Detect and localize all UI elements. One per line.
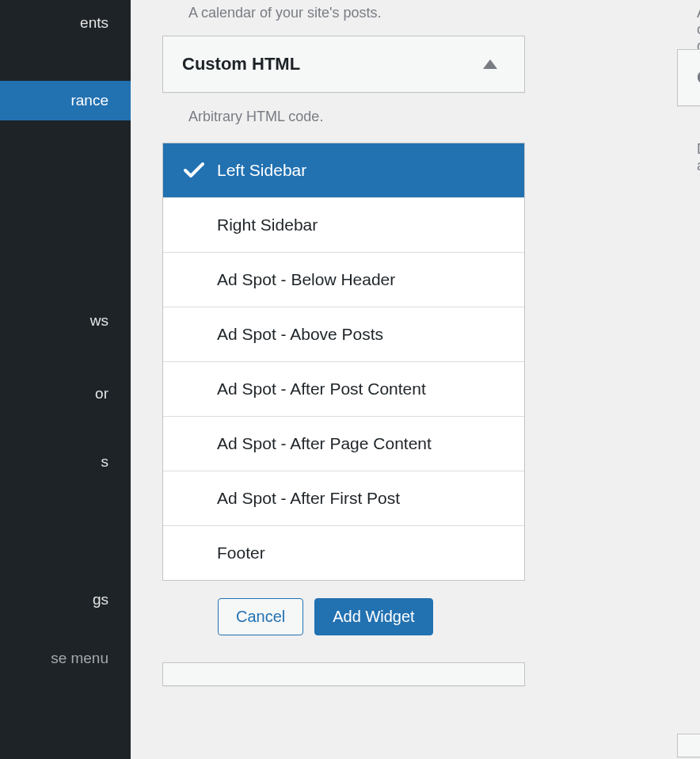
area-label: Ad Spot - After Page Content [217, 434, 507, 453]
area-label: Ad Spot - After First Post [217, 489, 507, 508]
area-label: Right Sidebar [217, 215, 507, 235]
sidebar-item-reviews[interactable]: ws [0, 306, 131, 336]
area-item-after-first-post[interactable]: Ad Spot - After First Post [163, 471, 524, 526]
sidebar-item-editor[interactable]: or [0, 379, 131, 409]
checkmark-icon [184, 162, 204, 178]
sidebar-item-settings[interactable]: gs [0, 583, 131, 616]
area-label: Ad Spot - After Post Content [217, 380, 507, 399]
area-item-above-posts[interactable]: Ad Spot - Above Posts [163, 307, 524, 362]
cancel-button[interactable]: Cancel [218, 598, 303, 635]
widget-title: Custom HTML [182, 54, 300, 74]
area-item-below-header[interactable]: Ad Spot - Below Header [163, 253, 524, 307]
widget-header-custom-html[interactable]: Custom HTML [162, 36, 525, 93]
area-item-right-sidebar[interactable]: Right Sidebar [163, 198, 524, 253]
area-label: Left Sidebar [217, 161, 507, 180]
sidebar-item-comments[interactable]: ents [0, 5, 131, 41]
next-right-widget-card[interactable] [677, 734, 700, 757]
widget-gallery[interactable]: Gallery [677, 49, 700, 106]
next-widget-card[interactable] [162, 662, 525, 686]
area-label: Ad Spot - Below Header [217, 270, 507, 289]
area-item-after-page-content[interactable]: Ad Spot - After Page Content [163, 417, 524, 471]
sidebar-item-plugins[interactable]: s [0, 444, 131, 480]
right-prev-widget-description: A list or dropdo [697, 5, 700, 55]
main-content: A calendar of your site's posts. A list … [131, 0, 700, 759]
sidebar-collapse-menu[interactable]: se menu [0, 643, 131, 673]
add-widget-button[interactable]: Add Widget [314, 598, 432, 635]
chevron-up-icon [483, 59, 497, 69]
actions: Cancel Add Widget [218, 598, 525, 635]
prev-widget-description: A calendar of your site's posts. [188, 5, 700, 21]
area-item-left-sidebar[interactable]: Left Sidebar [163, 143, 524, 198]
area-label: Footer [217, 544, 507, 563]
area-label: Ad Spot - Above Posts [217, 325, 507, 344]
area-item-footer[interactable]: Footer [163, 526, 524, 580]
gallery-description: Displays an ima [697, 141, 700, 174]
widget-custom-html: Custom HTML Arbitrary HTML code. Left Si… [162, 36, 525, 686]
admin-sidebar: ents rance ws or s gs se menu [0, 0, 131, 759]
widget-description: Arbitrary HTML code. [188, 109, 525, 125]
check-wrap [184, 162, 217, 178]
sidebar-item-appearance[interactable]: rance [0, 81, 131, 120]
area-item-after-post-content[interactable]: Ad Spot - After Post Content [163, 362, 524, 417]
widget-area-list: Left Sidebar Right Sidebar Ad Spot - Bel… [162, 143, 525, 581]
